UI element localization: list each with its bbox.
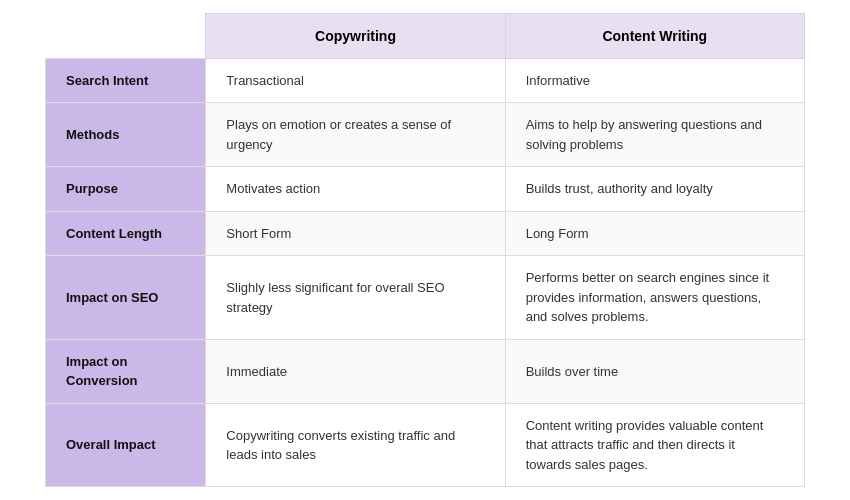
table-row: Impact on SEOSlighly less significant fo… — [46, 256, 805, 340]
row-label: Search Intent — [46, 58, 206, 103]
table-row: Impact on ConversionImmediateBuilds over… — [46, 339, 805, 403]
table-row: MethodsPlays on emotion or creates a sen… — [46, 103, 805, 167]
row-label: Methods — [46, 103, 206, 167]
row-content-writing-value: Performs better on search engines since … — [505, 256, 804, 340]
header-empty — [46, 13, 206, 58]
header-content-writing: Content Writing — [505, 13, 804, 58]
table-row: Overall ImpactCopywriting converts exist… — [46, 403, 805, 487]
row-copywriting-value: Transactional — [206, 58, 505, 103]
row-label: Overall Impact — [46, 403, 206, 487]
row-copywriting-value: Short Form — [206, 211, 505, 256]
row-copywriting-value: Immediate — [206, 339, 505, 403]
table-row: Content LengthShort FormLong Form — [46, 211, 805, 256]
row-content-writing-value: Long Form — [505, 211, 804, 256]
row-label: Content Length — [46, 211, 206, 256]
row-copywriting-value: Plays on emotion or creates a sense of u… — [206, 103, 505, 167]
table-row: PurposeMotivates actionBuilds trust, aut… — [46, 167, 805, 212]
comparison-table: Copywriting Content Writing Search Inten… — [45, 13, 805, 488]
row-content-writing-value: Informative — [505, 58, 804, 103]
table-row: Search IntentTransactionalInformative — [46, 58, 805, 103]
row-label: Impact on SEO — [46, 256, 206, 340]
row-copywriting-value: Slighly less significant for overall SEO… — [206, 256, 505, 340]
row-copywriting-value: Copywriting converts existing traffic an… — [206, 403, 505, 487]
row-content-writing-value: Builds over time — [505, 339, 804, 403]
header-copywriting: Copywriting — [206, 13, 505, 58]
row-content-writing-value: Builds trust, authority and loyalty — [505, 167, 804, 212]
row-copywriting-value: Motivates action — [206, 167, 505, 212]
row-label: Purpose — [46, 167, 206, 212]
row-label: Impact on Conversion — [46, 339, 206, 403]
row-content-writing-value: Content writing provides valuable conten… — [505, 403, 804, 487]
row-content-writing-value: Aims to help by answering questions and … — [505, 103, 804, 167]
